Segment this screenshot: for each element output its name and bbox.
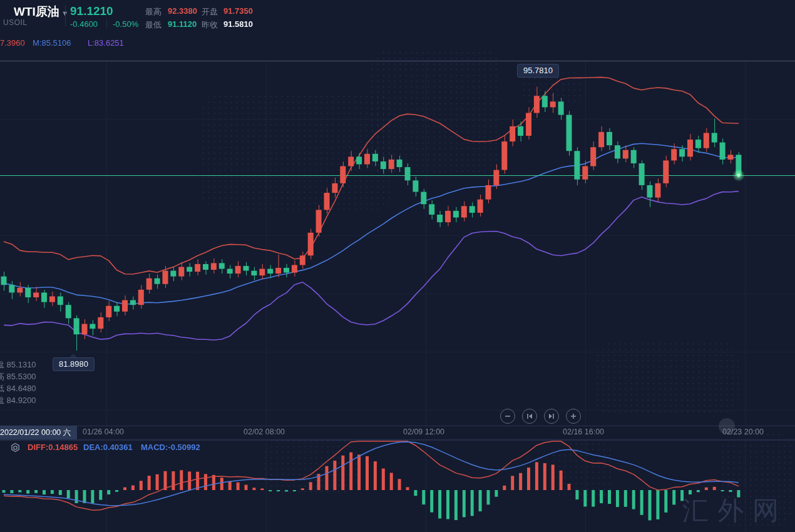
last-price: 91.1210 [70, 4, 113, 18]
zoom-out-button[interactable] [500, 409, 515, 424]
stat-label-open: 开盘 [202, 6, 218, 18]
skip-to-end-icon [548, 412, 555, 420]
stat-value-high: 92.3380 [168, 6, 197, 16]
skip-to-start-icon [526, 412, 533, 420]
chart-canvas[interactable] [0, 0, 795, 532]
change-value: -0.4600 [70, 19, 98, 29]
boll-mid-legend: M:85.5106 [33, 38, 71, 48]
time-tick: 01/26 04:00 [83, 427, 124, 436]
stat-value-prevclose: 91.5810 [223, 19, 253, 29]
header-divider [65, 5, 66, 26]
macd-diff-label: DIFF:0.14865 [28, 442, 78, 452]
macd-settings-button[interactable] [10, 442, 21, 456]
ohlc-high-label: 高 85.5300 [0, 371, 36, 382]
symbol-code: USOIL [3, 18, 28, 27]
crosshair-date-label: 2022/01/22 00:00 六 [0, 426, 77, 439]
boll-upper-legend: 7.3960 [0, 38, 25, 48]
time-tick: 02/09 12:00 [403, 427, 444, 436]
zoom-in-button[interactable] [566, 409, 581, 424]
stat-value-open: 91.7350 [223, 6, 253, 16]
symbol-name: WTI原油 [14, 5, 59, 18]
minus-icon [504, 412, 511, 420]
stat-value-low: 91.1120 [168, 19, 197, 29]
change-percent: -0.50% [113, 19, 138, 29]
boll-lower-legend: L:83.6251 [88, 38, 124, 48]
stat-label-high: 最高 [145, 6, 162, 18]
ohlc-open-label: 盘 85.1310 [0, 359, 36, 371]
stat-label-low: 最低 [145, 19, 162, 31]
jump-to-end-button[interactable] [544, 409, 559, 424]
time-tick: 02/23 20:00 [722, 427, 764, 436]
time-tick: 02/02 08:00 [244, 427, 285, 436]
low-price-marker: 81.8980 [53, 357, 95, 371]
jump-to-start-button[interactable] [522, 409, 537, 424]
stat-label-prevclose: 昨收 [202, 19, 218, 31]
gear-icon [10, 442, 21, 453]
ohlc-low-label: 低 84.6480 [0, 383, 36, 394]
time-tick: 02/16 16:00 [563, 427, 604, 436]
ohlc-close-label: 盘 84.9200 [0, 395, 36, 406]
trading-app: WTI原油▾ USOIL 91.1210 -0.4600 -0.50% 最高 9… [0, 0, 795, 532]
plus-icon [570, 412, 577, 420]
header-divider [106, 19, 107, 28]
macd-dea-label: DEA:0.40361 [83, 442, 133, 452]
watermark: 汇外网 [682, 493, 787, 528]
macd-value-label: MACD:-0.50992 [141, 442, 200, 452]
high-price-marker: 95.7810 [517, 64, 559, 78]
